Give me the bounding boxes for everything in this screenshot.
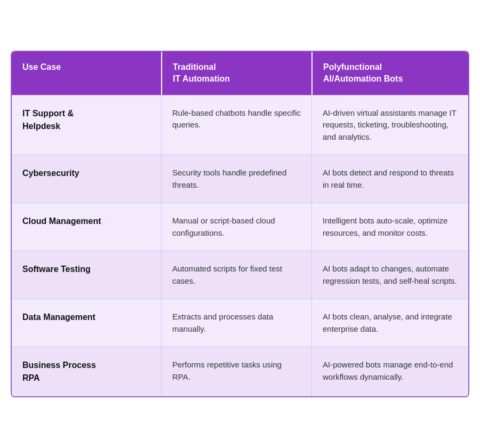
row-cloud-management-use-case: Cloud Management	[12, 203, 161, 251]
row-it-support-polyfunctional: AI-driven virtual assistants manage IT r…	[311, 95, 468, 155]
header-polyfunctional-label: PolyfunctionalAI/Automation Bots	[323, 62, 403, 83]
comparison-table: Use Case TraditionalIT Automation Polyfu…	[11, 51, 469, 397]
row-cybersecurity-traditional: Security tools handle predefined threats…	[161, 155, 311, 203]
row-business-process-rpa-use-case: Business ProcessRPA	[12, 347, 161, 396]
row-cloud-management-polyfunctional: Intelligent bots auto-scale, optimize re…	[311, 203, 468, 251]
row-data-management-polyfunctional: AI bots clean, analyse, and integrate en…	[311, 299, 468, 347]
header-polyfunctional: PolyfunctionalAI/Automation Bots	[311, 52, 468, 95]
row-cloud-management-traditional: Manual or script-based cloud configurati…	[161, 203, 311, 251]
row-software-testing-polyfunctional: AI bots adapt to changes, automate regre…	[311, 251, 468, 299]
row-business-process-rpa-polyfunctional: AI-powered bots manage end-to-end workfl…	[311, 347, 468, 396]
header-traditional: TraditionalIT Automation	[161, 52, 311, 95]
row-cybersecurity-polyfunctional: AI bots detect and respond to threats in…	[311, 155, 468, 203]
row-business-process-rpa-traditional: Performs repetitive tasks using RPA.	[161, 347, 311, 396]
header-traditional-label: TraditionalIT Automation	[173, 62, 230, 83]
row-cybersecurity-use-case: Cybersecurity	[12, 155, 161, 203]
table-grid: Use Case TraditionalIT Automation Polyfu…	[12, 52, 468, 396]
header-use-case-label: Use Case	[22, 62, 61, 71]
header-use-case: Use Case	[12, 52, 161, 95]
row-data-management-traditional: Extracts and processes data manually.	[161, 299, 311, 347]
row-data-management-use-case: Data Management	[12, 299, 161, 347]
row-software-testing-use-case: Software Testing	[12, 251, 161, 299]
row-software-testing-traditional: Automated scripts for fixed test cases.	[161, 251, 311, 299]
row-it-support-use-case: IT Support &Helpdesk	[12, 95, 161, 155]
row-it-support-traditional: Rule-based chatbots handle specific quer…	[161, 95, 311, 155]
